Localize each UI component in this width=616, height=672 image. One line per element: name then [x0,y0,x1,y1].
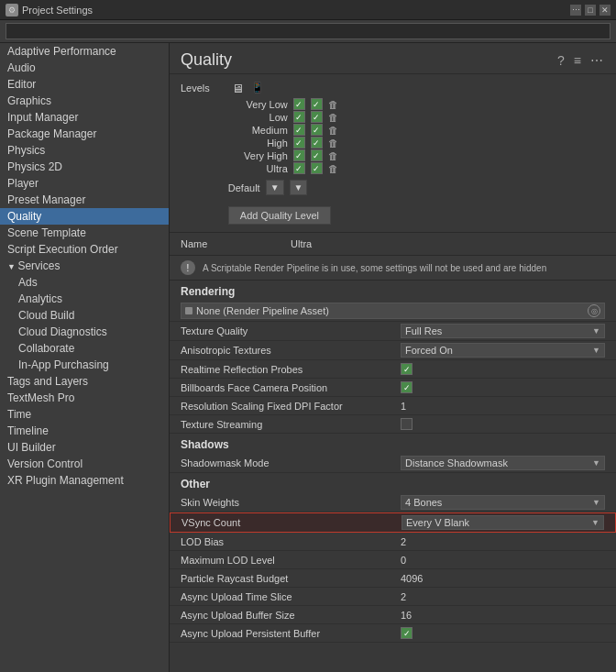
sidebar-item-time[interactable]: Time [0,406,169,423]
sidebar-item-physics[interactable]: Physics [0,142,169,159]
prop-label: Async Upload Persistent Buffer [181,628,401,639]
sidebar-item-textmesh-pro[interactable]: TextMesh Pro [0,390,169,406]
prop-dropdown[interactable]: Every V Blank▼ [402,515,604,530]
level-checkbox-2[interactable]: ✓ [311,98,323,110]
delete-level-icon[interactable]: 🗑 [328,138,338,149]
sidebar-item-timeline[interactable]: Timeline [0,423,169,439]
sidebar-item-analytics[interactable]: Analytics [0,291,169,307]
default-dropdown-right[interactable]: ▼ [290,180,308,195]
sidebar-item-scene-template[interactable]: Scene Template [0,225,169,241]
prop-checkbox[interactable] [401,418,412,430]
delete-level-icon[interactable]: 🗑 [328,125,338,136]
prop-dropdown[interactable]: 4 Bones▼ [401,495,605,510]
default-dropdown-left[interactable]: ▼ [266,180,284,195]
prop-row: Skin Weights4 Bones▼ [170,493,616,512]
level-checkbox-2[interactable]: ✓ [311,162,323,174]
level-checkbox-2[interactable]: ✓ [311,149,323,161]
prop-row: Particle Raycast Budget4096 [170,569,616,588]
sidebar-item-player[interactable]: Player [0,175,169,192]
prop-label: Texture Streaming [181,419,401,430]
sidebar-item-editor[interactable]: Editor [0,76,169,93]
prop-checkbox[interactable]: ✓ [401,381,412,393]
prop-label: VSync Count [182,517,402,528]
sidebar-item-preset-manager[interactable]: Preset Manager [0,192,169,208]
prop-row: Anisotropic TexturesForced On▼ [170,341,616,360]
sidebar-item-in-app-purchasing[interactable]: In-App Purchasing [0,357,169,373]
sidebar-item-version-control[interactable]: Version Control [0,456,169,472]
sidebar-item-cloud-build[interactable]: Cloud Build [0,307,169,324]
level-checkbox-1[interactable]: ✓ [293,149,305,161]
info-icon: ! [181,260,195,275]
page-title: Quality [181,50,232,70]
header-icons: ? ≡ ⋯ [556,51,605,70]
delete-level-icon[interactable]: 🗑 [328,163,338,174]
level-checkbox-1[interactable]: ✓ [293,98,305,110]
other-properties: Skin Weights4 Bones▼VSync CountEvery V B… [170,493,616,643]
sidebar-item-audio[interactable]: Audio [0,60,169,76]
prop-label: Billboards Face Camera Position [181,382,401,393]
prop-row: Async Upload Persistent Buffer✓ [170,624,616,643]
layout-icon[interactable]: ≡ [572,51,583,70]
prop-checkbox[interactable]: ✓ [401,363,412,375]
close-button[interactable]: ✕ [600,5,610,16]
sidebar-item-package-manager[interactable]: Package Manager [0,126,169,142]
sidebar-item-xr-plugin-management[interactable]: XR Plugin Management [0,472,169,489]
level-row: Very High✓✓🗑 [228,149,338,161]
prop-value: 1 [401,401,605,412]
help-icon[interactable]: ? [556,51,566,70]
sidebar-item-input-manager[interactable]: Input Manager [0,109,169,126]
add-quality-container: Add Quality Level [228,201,338,225]
level-checkbox-1[interactable]: ✓ [293,137,305,149]
maximize-button[interactable]: □ [585,5,596,16]
default-row: Default ▼ ▼ [228,180,338,195]
sidebar-item-collaborate[interactable]: Collaborate [0,340,169,357]
other-section-header: Other [170,473,616,493]
sidebar-item-ui-builder[interactable]: UI Builder [0,439,169,456]
prop-row: Texture Streaming [170,415,616,434]
sidebar-item-adaptive-performance[interactable]: Adaptive Performance [0,43,169,60]
prop-asset[interactable]: None (Render Pipeline Asset)◎ [181,303,605,319]
rendering-properties: None (Render Pipeline Asset)◎Texture Qua… [170,301,616,434]
prop-dropdown[interactable]: Forced On▼ [401,343,605,358]
shadows-section-header: Shadows [170,434,616,454]
delete-level-icon[interactable]: 🗑 [328,99,338,110]
asset-target-icon[interactable]: ◎ [588,304,600,317]
sidebar-item-tags-and-layers[interactable]: Tags and Layers [0,373,169,390]
sidebar-item-cloud-diagnostics[interactable]: Cloud Diagnostics [0,324,169,340]
prop-checkbox[interactable]: ✓ [401,627,412,639]
level-checkbox-1[interactable]: ✓ [293,111,305,123]
more-icon[interactable]: ⋯ [588,51,605,70]
name-label: Name [181,238,291,249]
level-checkbox-2[interactable]: ✓ [311,137,323,149]
search-input[interactable] [6,23,610,39]
sidebar-item-physics-2d[interactable]: Physics 2D [0,159,169,175]
levels-section: Levels 🖥 📱 Very Low✓✓🗑Low✓✓🗑Medium✓✓🗑Hig… [170,74,616,233]
levels-label: Levels [181,82,210,94]
prop-label: Shadowmask Mode [181,457,401,468]
prop-dropdown[interactable]: Distance Shadowmask▼ [401,456,605,470]
sidebar-item-services[interactable]: Services [0,258,169,274]
level-name: Ultra [228,163,288,174]
prop-row: Resolution Scaling Fixed DPI Factor1 [170,397,616,415]
level-name: Low [228,112,288,123]
sidebar-item-ads[interactable]: Ads [0,274,169,291]
level-name: Medium [228,125,288,136]
prop-row: Async Upload Buffer Size16 [170,606,616,624]
shadows-properties: Shadowmask ModeDistance Shadowmask▼ [170,454,616,473]
title-bar-controls: ⋯ □ ✕ [570,5,610,16]
level-checkbox-2[interactable]: ✓ [311,111,323,123]
level-checkbox-1[interactable]: ✓ [293,124,305,136]
level-row: High✓✓🗑 [228,137,338,149]
prop-row: Async Upload Time Slice2 [170,588,616,606]
level-checkbox-2[interactable]: ✓ [311,124,323,136]
add-quality-button[interactable]: Add Quality Level [228,206,331,225]
prop-dropdown[interactable]: Full Res▼ [401,324,605,338]
sidebar-item-graphics[interactable]: Graphics [0,93,169,109]
prop-label: Particle Raycast Budget [181,573,401,584]
delete-level-icon[interactable]: 🗑 [328,112,338,123]
sidebar-item-script-execution-order[interactable]: Script Execution Order [0,241,169,258]
delete-level-icon[interactable]: 🗑 [328,150,338,161]
minimize-button[interactable]: ⋯ [570,5,581,16]
level-checkbox-1[interactable]: ✓ [293,162,305,174]
sidebar-item-quality[interactable]: Quality [0,208,169,225]
